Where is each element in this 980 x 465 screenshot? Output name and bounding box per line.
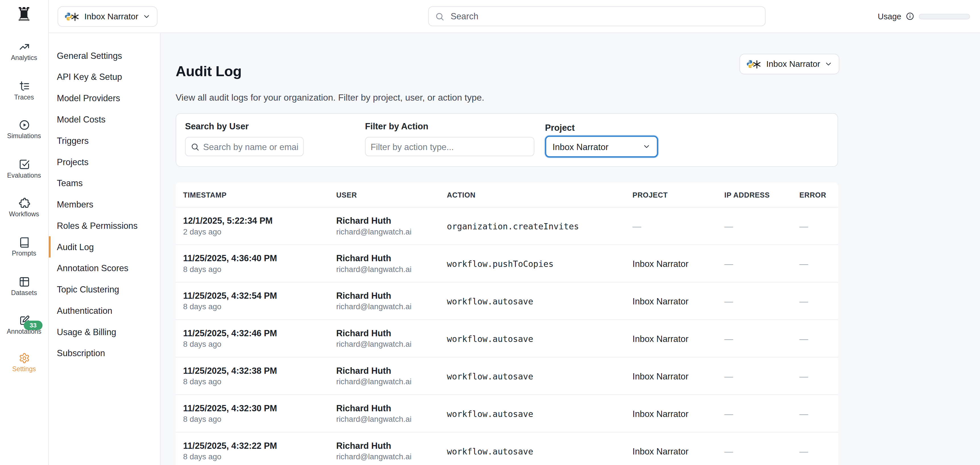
usage-progress-bar (919, 13, 970, 19)
cell-project: Inbox Narrator (625, 395, 717, 432)
table-row: 11/25/2025, 4:32:38 PM8 days ago Richard… (176, 358, 838, 395)
sidebar-item-label: Datasets (11, 289, 37, 296)
cell-ip: — (717, 358, 792, 395)
sidebar-item-label: Prompts (12, 249, 37, 256)
nav-item-triggers[interactable]: Triggers (48, 130, 160, 151)
nav-item-annotation-scores[interactable]: Annotation Scores (48, 258, 160, 279)
timestamp-value: 11/25/2025, 4:32:22 PM (183, 441, 329, 451)
sidebar-item-label: Analytics (11, 54, 37, 61)
cell-timestamp: 11/25/2025, 4:32:22 PM8 days ago (176, 433, 329, 465)
nav-item-teams[interactable]: Teams (48, 172, 160, 194)
nav-item-model-costs[interactable]: Model Costs (48, 109, 160, 130)
sidebar-item-label: Evaluations (7, 171, 41, 179)
timestamp-relative: 8 days ago (183, 452, 329, 461)
sidebar-item-settings[interactable]: Settings (0, 352, 48, 372)
nav-item-audit-log[interactable]: Audit Log (48, 236, 160, 258)
nav-item-api-key-setup[interactable]: API Key & Setup (48, 66, 160, 88)
audit-project-selector[interactable]: Inbox Narrator (739, 54, 839, 75)
table-row: 11/25/2025, 4:36:40 PM8 days ago Richard… (176, 245, 838, 282)
nav-item-general-settings[interactable]: General Settings (48, 45, 160, 66)
project-selector[interactable]: Inbox Narrator (57, 6, 158, 27)
timestamp-value: 11/25/2025, 4:36:40 PM (183, 253, 329, 263)
filter-user-field (185, 137, 304, 156)
project-filter-select[interactable]: Inbox Narrator (545, 135, 658, 158)
user-name: Richard Huth (336, 291, 439, 301)
sidebar-item-label: Simulations (7, 132, 41, 139)
timestamp-relative: 8 days ago (183, 340, 329, 349)
cell-error: — (792, 395, 838, 432)
langwatch-logo[interactable]: ♜ (0, 4, 48, 25)
nav-item-members[interactable]: Members (48, 194, 160, 215)
sidebar-item-evaluations[interactable]: Evaluations (0, 159, 48, 179)
cell-ip: — (717, 282, 792, 320)
filter-card: Search by User Filter by Action Project … (176, 113, 838, 167)
filter-action-field (365, 137, 535, 156)
col-header-timestamp: Timestamp (176, 183, 329, 207)
user-email: richard@langwatch.ai (336, 452, 439, 461)
col-header-action: Action (439, 183, 625, 207)
table-row: 12/1/2025, 5:22:34 PM2 days ago Richard … (176, 207, 838, 245)
nav-item-topic-clustering[interactable]: Topic Clustering (48, 279, 160, 300)
cell-ip: — (717, 207, 792, 244)
search-input[interactable] (449, 11, 759, 22)
user-email: richard@langwatch.ai (336, 377, 439, 386)
timestamp-relative: 8 days ago (183, 303, 329, 311)
user-email: richard@langwatch.ai (336, 265, 439, 274)
sidebar-item-prompts[interactable]: Prompts (0, 237, 48, 256)
cell-action: workflow.autosave (439, 320, 625, 357)
table-row: 11/25/2025, 4:32:22 PM8 days ago Richard… (176, 433, 838, 465)
table-header-row: Timestamp User Action Project IP Address… (176, 183, 838, 207)
cell-user: Richard Huthrichard@langwatch.ai (329, 433, 439, 465)
cell-project: — (625, 207, 717, 244)
sidebar-item-datasets[interactable]: Datasets (0, 276, 48, 296)
sidebar-item-analytics[interactable]: Analytics (0, 41, 48, 61)
timestamp-value: 11/25/2025, 4:32:46 PM (183, 328, 329, 338)
app-root: ♜ Analytics Traces Simulations Evaluatio… (0, 0, 980, 465)
nav-item-subscription[interactable]: Subscription (48, 342, 160, 364)
check-square-icon (19, 159, 30, 170)
chevron-down-icon (824, 60, 833, 68)
chevron-down-icon (143, 13, 151, 21)
timestamp-value: 11/25/2025, 4:32:54 PM (183, 291, 329, 301)
cell-timestamp: 11/25/2025, 4:32:46 PM8 days ago (176, 320, 329, 357)
cell-user: Richard Huthrichard@langwatch.ai (329, 282, 439, 320)
puzzle-icon (19, 197, 30, 209)
timestamp-value: 11/25/2025, 4:32:30 PM (183, 403, 329, 413)
cell-error: — (792, 433, 838, 465)
sidebar-item-label: Settings (12, 365, 36, 372)
info-icon[interactable] (905, 12, 914, 21)
filter-action-label: Filter by Action (365, 121, 428, 131)
sidebar-item-workflows[interactable]: Workflows (0, 197, 48, 217)
play-circle-icon (19, 119, 30, 131)
user-name: Richard Huth (336, 216, 439, 226)
nav-item-usage-billing[interactable]: Usage & Billing (48, 321, 160, 342)
user-name: Richard Huth (336, 441, 439, 451)
sidebar-item-annotations[interactable]: 33 Annotations (0, 315, 48, 335)
usage-label: Usage (878, 12, 901, 21)
project-filter-value: Inbox Narrator (552, 142, 609, 151)
nav-item-authentication[interactable]: Authentication (48, 300, 160, 322)
timestamp-relative: 2 days ago (183, 228, 329, 236)
timestamp-relative: 8 days ago (183, 415, 329, 424)
col-header-ip: IP Address (717, 183, 792, 207)
cell-ip: — (717, 245, 792, 282)
cell-action: workflow.autosave (439, 433, 625, 465)
nav-item-projects[interactable]: Projects (48, 151, 160, 172)
timestamp-relative: 8 days ago (183, 377, 329, 386)
nav-item-roles-permissions[interactable]: Roles & Permissions (48, 215, 160, 236)
cell-project: Inbox Narrator (625, 245, 717, 282)
icon-rail: ♜ Analytics Traces Simulations Evaluatio… (0, 0, 49, 465)
user-email: richard@langwatch.ai (336, 228, 439, 236)
openai-icon (70, 12, 80, 22)
sidebar-item-simulations[interactable]: Simulations (0, 119, 48, 139)
project-logos (746, 59, 762, 69)
user-name: Richard Huth (336, 253, 439, 263)
sidebar-item-traces[interactable]: Traces (0, 81, 48, 100)
cell-user: Richard Huthrichard@langwatch.ai (329, 358, 439, 395)
filter-action-input[interactable] (371, 142, 529, 151)
filter-user-input[interactable] (203, 142, 298, 151)
filter-user-label: Search by User (185, 121, 249, 131)
nav-item-model-providers[interactable]: Model Providers (48, 88, 160, 109)
cell-user: Richard Huthrichard@langwatch.ai (329, 245, 439, 282)
cell-user: Richard Huthrichard@langwatch.ai (329, 320, 439, 357)
